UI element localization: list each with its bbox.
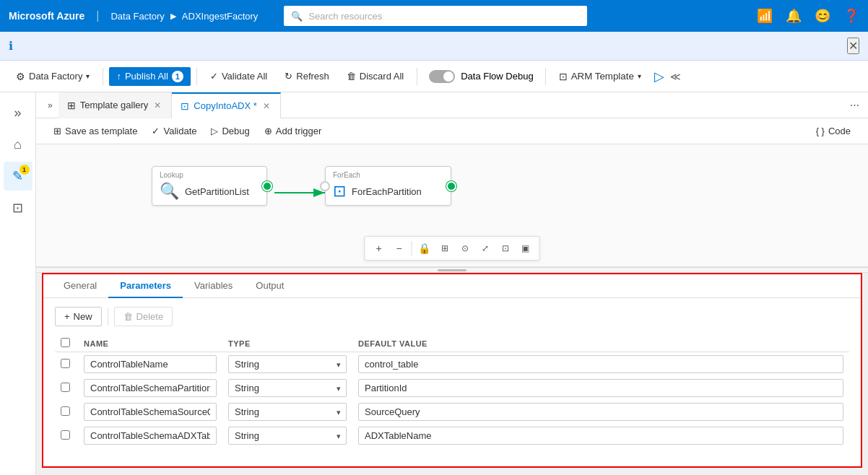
fit-screen-button[interactable]: ⊞: [435, 239, 454, 258]
discard-icon: 🗑: [347, 71, 356, 82]
foreach-node-type: ForEach: [333, 171, 443, 179]
toggle-knob: [443, 71, 453, 82]
expand-button[interactable]: ⤢: [476, 239, 495, 258]
foreach-node[interactable]: ForEach ⊡ ForEachPartition: [325, 166, 451, 206]
publish-all-button[interactable]: ↑ Publish All 1: [109, 67, 190, 86]
lookup-node-body: 🔍 GetPartitionList: [160, 182, 259, 201]
tabs-chevron-left[interactable]: »: [42, 100, 58, 110]
zoom-out-button[interactable]: −: [390, 239, 409, 258]
col-value-header: DEFAULT VALUE: [352, 335, 849, 352]
new-param-button[interactable]: + New: [55, 307, 102, 326]
run-button[interactable]: ▷: [654, 69, 664, 84]
tab-output-label: Output: [256, 280, 284, 291]
row-3-checkbox[interactable]: [61, 430, 70, 440]
info-icon: ℹ: [9, 39, 13, 53]
select-all-checkbox[interactable]: [61, 338, 70, 347]
bell-icon[interactable]: 🔔: [786, 8, 802, 24]
add-trigger-icon: ⊕: [264, 126, 272, 136]
lookup-node[interactable]: Lookup 🔍 GetPartitionList: [152, 166, 267, 206]
sidebar-edit-icon[interactable]: ✎ 1: [4, 162, 32, 191]
param-type-select-1[interactable]: StringIntFloatBoolArrayObjectSecureStrin…: [228, 379, 347, 397]
data-factory-button[interactable]: ⚙ Data Factory ▾: [9, 67, 97, 86]
left-sidebar: » ⌂ ✎ 1 ⊡: [0, 92, 36, 475]
param-value-input-3[interactable]: [358, 427, 843, 445]
debug-button[interactable]: ▷ Debug: [205, 123, 255, 139]
sidebar-monitor-icon[interactable]: ⊡: [4, 193, 32, 222]
table-header-row: NAME TYPE DEFAULT VALUE: [55, 335, 849, 352]
discard-all-button[interactable]: 🗑 Discard All: [339, 67, 411, 85]
pipeline-canvas[interactable]: Lookup 🔍 GetPartitionList: [36, 144, 868, 267]
breadcrumb-arrow: ▶: [170, 12, 176, 21]
tab-template-gallery[interactable]: ⊞ Template gallery ✕: [58, 92, 173, 118]
tab-template-gallery-close[interactable]: ✕: [152, 99, 162, 112]
save-as-template-button[interactable]: ⊞ Save as template: [48, 123, 143, 139]
save-template-icon: ⊞: [53, 126, 61, 136]
foreach-node-icon: ⊡: [333, 182, 346, 201]
layout-button[interactable]: ▣: [516, 239, 535, 258]
param-value-input-2[interactable]: [358, 403, 843, 421]
lookup-output-port[interactable]: [262, 181, 272, 191]
param-value-input-1[interactable]: [358, 379, 843, 397]
tab-parameters[interactable]: Parameters: [108, 274, 183, 298]
sidebar-expand-icon[interactable]: »: [4, 98, 32, 127]
delete-param-icon: 🗑: [123, 311, 133, 322]
row-0-checkbox[interactable]: [61, 359, 70, 368]
help-icon[interactable]: ❓: [843, 8, 859, 24]
col-name-header: NAME: [78, 335, 222, 352]
tabs-more-icon[interactable]: ⋯: [841, 100, 868, 110]
sidebar-home-icon[interactable]: ⌂: [4, 130, 32, 159]
lock-button[interactable]: 🔒: [415, 239, 434, 258]
params-actions: + New 🗑 Delete: [55, 307, 849, 326]
foreach-output-port[interactable]: [446, 181, 456, 191]
param-name-input-1[interactable]: [84, 379, 217, 397]
debug-icon: ▷: [211, 126, 218, 136]
validate-all-label: Validate All: [222, 71, 267, 82]
grid-button[interactable]: ⊡: [496, 239, 515, 258]
toolbar-sep-2: [196, 68, 197, 85]
row-1-checkbox[interactable]: [61, 383, 70, 392]
tab-general[interactable]: General: [52, 274, 108, 298]
param-type-select-2[interactable]: StringIntFloatBoolArrayObjectSecureStrin…: [228, 403, 347, 421]
code-button[interactable]: { } Code: [810, 123, 856, 139]
table-row: StringIntFloatBoolArrayObjectSecureStrin…: [55, 376, 849, 400]
row-name-cell: [78, 376, 222, 400]
row-value-cell: [352, 352, 849, 377]
tab-copy-into-adx-close[interactable]: ✕: [261, 100, 272, 113]
breadcrumb-factory-name[interactable]: ADXIngestFactory: [182, 11, 259, 22]
tab-copy-into-adx[interactable]: ⊡ CopyIntoADX * ✕: [172, 92, 280, 118]
row-value-cell: [352, 424, 849, 448]
param-name-input-0[interactable]: [84, 355, 217, 373]
publish-icon: ↑: [116, 71, 121, 82]
search-bar[interactable]: 🔍 Search resources: [284, 6, 587, 26]
row-type-cell: StringIntFloatBoolArrayObjectSecureStrin…: [222, 400, 352, 424]
param-type-select-3[interactable]: StringIntFloatBoolArrayObjectSecureStrin…: [228, 427, 347, 445]
breadcrumb-data-factory[interactable]: Data Factory: [110, 11, 164, 22]
tab-output[interactable]: Output: [244, 274, 295, 298]
data-flow-debug-toggle[interactable]: [429, 70, 455, 83]
validate-button[interactable]: ✓ Validate: [146, 123, 202, 139]
delete-param-button[interactable]: 🗑 Delete: [114, 307, 173, 326]
add-trigger-button[interactable]: ⊕ Add trigger: [259, 123, 328, 139]
tab-variables[interactable]: Variables: [183, 274, 244, 298]
foreach-node-body: ⊡ ForEachPartition: [333, 182, 443, 201]
param-name-input-2[interactable]: [84, 403, 217, 421]
collapse-button[interactable]: ≪: [670, 71, 681, 82]
debug-label: Debug: [222, 126, 249, 136]
row-type-cell: StringIntFloatBoolArrayObjectSecureStrin…: [222, 352, 352, 377]
wifi-icon[interactable]: 📶: [757, 8, 773, 24]
zoom-in-button[interactable]: +: [370, 239, 389, 258]
param-value-input-0[interactable]: [358, 355, 843, 373]
param-name-input-3[interactable]: [84, 427, 217, 445]
row-2-checkbox[interactable]: [61, 406, 70, 416]
refresh-button[interactable]: ↻ Refresh: [277, 67, 337, 85]
focus-button[interactable]: ⊙: [456, 239, 474, 258]
validate-all-button[interactable]: ✓ Validate All: [203, 67, 274, 85]
user-icon[interactable]: 😊: [815, 8, 830, 24]
publish-badge: 1: [172, 71, 183, 82]
param-type-select-0[interactable]: StringIntFloatBoolArrayObjectSecureStrin…: [228, 355, 347, 373]
info-close-button[interactable]: ✕: [847, 38, 859, 54]
toolbar-sep-4: [545, 68, 546, 85]
arm-template-button[interactable]: ⊡ ARM Template ▾: [552, 67, 648, 86]
panel-drag-handle[interactable]: [36, 267, 868, 273]
foreach-input-port[interactable]: [320, 181, 330, 191]
